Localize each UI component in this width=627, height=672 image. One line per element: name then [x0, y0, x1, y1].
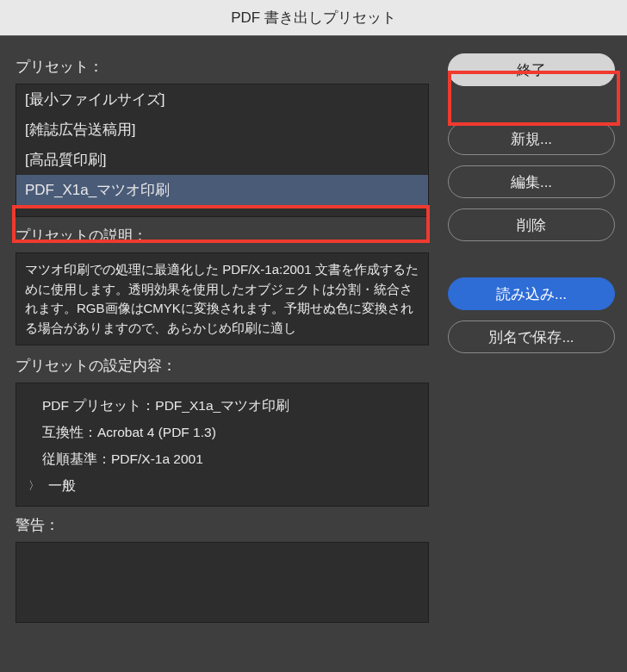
preset-settings-box: PDF プリセット：PDF_X1a_マツオ印刷 互換性：Acrobat 4 (P…	[16, 383, 429, 507]
preset-listbox[interactable]: [最小ファイルサイズ] [雑誌広告送稿用] [高品質印刷] PDF_X1a_マツ…	[16, 84, 429, 217]
settings-general-label: 一般	[48, 472, 76, 499]
chevron-right-icon: 〉	[28, 475, 40, 497]
right-column: 終了 新規... 編集... 削除 読み込み... 別名で保存...	[448, 53, 615, 655]
warning-box	[16, 542, 429, 623]
preset-description-box: マツオ印刷での処理に最適化した PDF/X-1a:2001 文書を作成するために…	[16, 252, 429, 345]
edit-button[interactable]: 編集...	[448, 165, 615, 198]
description-label: プリセットの説明：	[16, 222, 429, 252]
exit-button[interactable]: 終了	[448, 53, 615, 86]
delete-button[interactable]: 削除	[448, 208, 615, 241]
spacer	[448, 96, 615, 112]
save-as-button[interactable]: 別名で保存...	[448, 320, 615, 353]
spacer	[448, 252, 615, 267]
settings-label: プリセットの設定内容：	[16, 345, 429, 383]
settings-compat-line: 互換性：Acrobat 4 (PDF 1.3)	[28, 419, 416, 445]
edit-button-label: 編集...	[511, 172, 552, 192]
preset-description-text: マツオ印刷での処理に最適化した PDF/X-1a:2001 文書を作成するために…	[25, 262, 419, 335]
presets-label: プリセット：	[16, 53, 429, 84]
preset-item-label: [高品質印刷]	[25, 152, 106, 168]
load-button[interactable]: 読み込み...	[448, 277, 615, 310]
new-button[interactable]: 新規...	[448, 122, 615, 155]
settings-preset-line: PDF プリセット：PDF_X1a_マツオ印刷	[28, 392, 416, 419]
warning-label: 警告：	[16, 507, 429, 542]
preset-item[interactable]: [高品質印刷]	[16, 145, 428, 175]
delete-button-label: 削除	[517, 215, 546, 235]
preset-item[interactable]: [雑誌広告送稿用]	[16, 115, 428, 145]
preset-item-label: PDF_X1a_マツオ印刷	[25, 182, 170, 198]
preset-item-label: [最小ファイルサイズ]	[25, 91, 165, 108]
preset-item-label: [雑誌広告送稿用]	[25, 121, 135, 138]
save-as-button-label: 別名で保存...	[488, 327, 574, 347]
window-titlebar: PDF 書き出しプリセット	[0, 0, 627, 36]
dialog-body: プリセット： [最小ファイルサイズ] [雑誌広告送稿用] [高品質印刷] PDF…	[0, 36, 627, 672]
preset-item[interactable]: [最小ファイルサイズ]	[16, 84, 428, 115]
settings-standard-line: 従順基準：PDF/X-1a 2001	[28, 445, 416, 472]
new-button-label: 新規...	[511, 129, 552, 149]
window-title: PDF 書き出しプリセット	[231, 8, 396, 28]
preset-item-selected[interactable]: PDF_X1a_マツオ印刷	[16, 175, 428, 205]
left-column: プリセット： [最小ファイルサイズ] [雑誌広告送稿用] [高品質印刷] PDF…	[16, 53, 429, 655]
exit-button-label: 終了	[517, 60, 546, 80]
load-button-label: 読み込み...	[496, 284, 567, 304]
settings-general-expander[interactable]: 〉 一般	[28, 472, 416, 499]
